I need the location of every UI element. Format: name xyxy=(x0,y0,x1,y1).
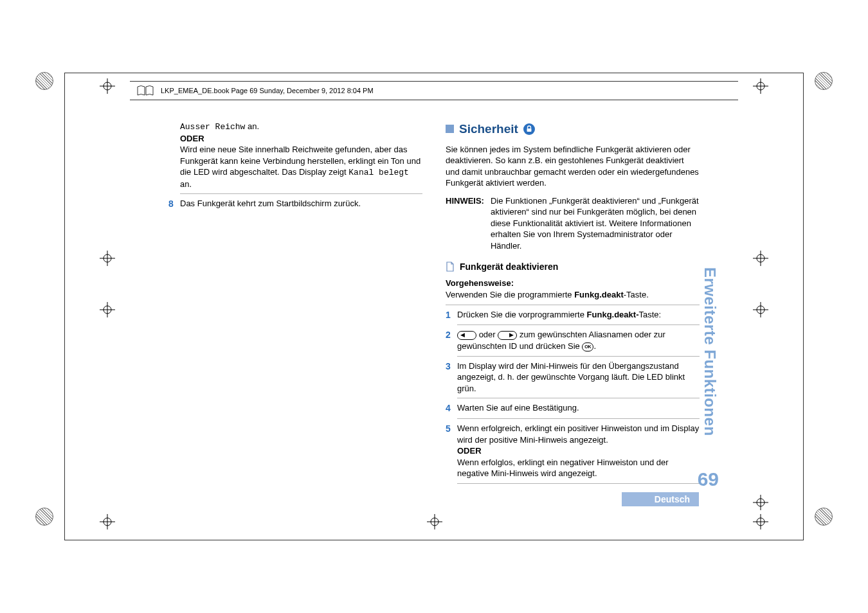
step-body: Drücken Sie die vorprogrammierte Funkg.d… xyxy=(457,309,700,321)
step-number: 5 xyxy=(446,423,457,435)
hash-corner-tr xyxy=(815,72,833,90)
section-heading: Sicherheit xyxy=(446,121,700,138)
note-label: HINWEIS: xyxy=(446,195,484,252)
body-text: Wird eine neue Site innerhalb Reichweite… xyxy=(180,144,422,190)
page-body: LKP_EMEA_DE.book Page 69 Sunday, Decembe… xyxy=(168,121,700,482)
left-arrow-button-icon xyxy=(457,331,476,340)
divider xyxy=(446,305,700,305)
registration-mark xyxy=(753,514,768,529)
right-column: Sicherheit Sie können jedes im System be… xyxy=(446,121,700,482)
divider xyxy=(457,483,700,484)
document-icon xyxy=(446,262,455,272)
registration-mark xyxy=(753,251,768,266)
divider xyxy=(180,193,422,194)
step-number: 2 xyxy=(446,329,457,341)
lock-icon xyxy=(523,123,535,135)
page-number: 69 xyxy=(698,468,719,490)
or-label: ODER xyxy=(180,133,422,145)
left-column: Ausser Reichw an. ODER Wird eine neue Si… xyxy=(168,121,422,482)
step-body: Im Display wird der Mini-Hinweis für den… xyxy=(457,360,700,395)
hash-corner-bl xyxy=(35,508,53,526)
note-block: HINWEIS: Die Funktionen „Funkgerät deakt… xyxy=(446,195,700,252)
hash-corner-br xyxy=(815,508,833,526)
language-footer: Deutsch xyxy=(622,492,699,506)
registration-mark xyxy=(100,514,115,529)
step-4: 4 Warten Sie auf eine Bestätigung. xyxy=(446,402,700,414)
step-2: 2 oder zum gewünschten Aliasnamen oder z… xyxy=(446,329,700,351)
divider xyxy=(457,356,700,357)
subsection-heading: Funkgerät deaktivieren xyxy=(446,261,700,273)
step-number: 8 xyxy=(168,198,180,210)
intro-paragraph: Sie können jedes im System befindliche F… xyxy=(446,144,700,189)
registration-mark xyxy=(427,514,442,529)
registration-mark xyxy=(753,495,768,510)
registration-mark xyxy=(100,78,115,94)
step-number: 1 xyxy=(446,309,457,321)
registration-mark xyxy=(753,78,768,94)
bullet-square-icon xyxy=(446,125,454,133)
step-8: 8 Das Funkgerät kehrt zum Startbildschir… xyxy=(168,198,422,210)
step-body: Das Funkgerät kehrt zum Startbildschirm … xyxy=(180,198,422,209)
step-body: Wenn erfolgreich, erklingt ein positiver… xyxy=(457,423,700,479)
code-text: Ausser Reichw xyxy=(180,122,245,132)
step-number: 4 xyxy=(446,402,457,414)
side-tab: Erweiterte Funktionen xyxy=(701,267,719,436)
step-1: 1 Drücken Sie die vorprogrammierte Funkg… xyxy=(446,309,700,321)
section-title: Sicherheit xyxy=(459,121,518,138)
running-head: LKP_EMEA_DE.book Page 69 Sunday, Decembe… xyxy=(130,81,738,100)
step-number: 3 xyxy=(446,360,457,373)
step-5: 5 Wenn erfolgreich, erklingt ein positiv… xyxy=(446,423,700,479)
ok-button-icon: OK xyxy=(582,342,593,351)
note-body: Die Funktionen „Funkgerät deaktivieren“ … xyxy=(491,195,700,252)
step-3: 3 Im Display wird der Mini-Hinweis für d… xyxy=(446,360,700,395)
divider xyxy=(457,398,700,398)
running-head-text: LKP_EMEA_DE.book Page 69 Sunday, Decembe… xyxy=(161,87,374,94)
registration-mark xyxy=(100,302,115,317)
hash-corner-tl xyxy=(35,72,53,90)
step-body: oder zum gewünschten Aliasnamen oder zur… xyxy=(457,329,700,351)
divider xyxy=(457,324,700,325)
registration-mark xyxy=(753,302,768,317)
divider xyxy=(457,418,700,419)
book-icon xyxy=(136,85,154,96)
svg-rect-4 xyxy=(527,129,531,132)
subsection-title: Funkgerät deaktivieren xyxy=(460,261,558,273)
registration-mark xyxy=(100,251,115,266)
right-arrow-button-icon xyxy=(498,331,517,340)
body-text: an. xyxy=(245,121,259,131)
procedure-intro: Vorgehensweise: Verwenden Sie die progra… xyxy=(446,278,700,300)
step-body: Warten Sie auf eine Bestätigung. xyxy=(457,402,700,414)
